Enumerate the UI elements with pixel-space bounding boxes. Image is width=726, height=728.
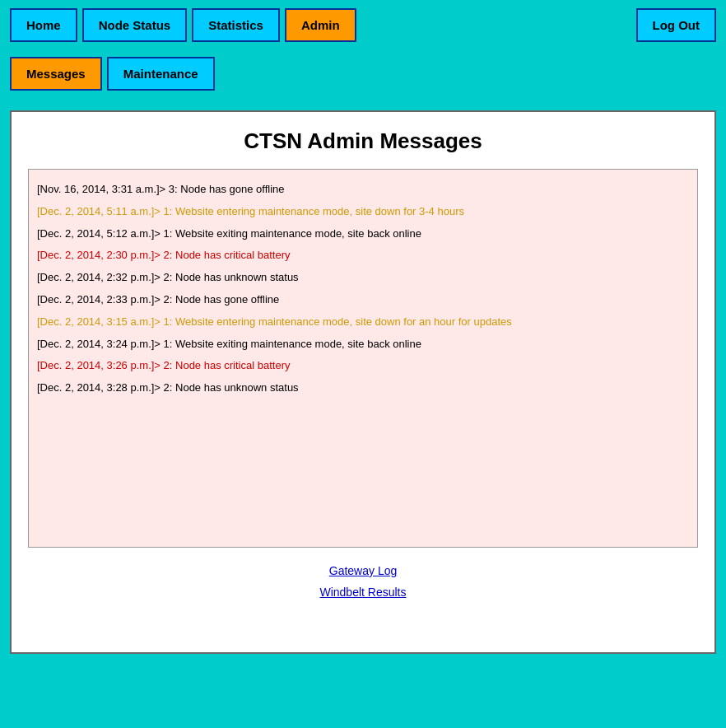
admin-nav-button[interactable]: Admin bbox=[285, 8, 356, 42]
list-item: [Dec. 2, 2014, 2:32 p.m.]> 2: Node has u… bbox=[37, 269, 689, 287]
top-nav: Home Node Status Statistics Admin Log Ou… bbox=[0, 0, 726, 50]
list-item: [Nov. 16, 2014, 3:31 a.m.]> 3: Node has … bbox=[37, 181, 689, 198]
main-content: CTSN Admin Messages [Nov. 16, 2014, 3:31… bbox=[10, 110, 716, 654]
list-item: [Dec. 2, 2014, 3:15 a.m.]> 1: Website en… bbox=[37, 314, 689, 331]
logout-button[interactable]: Log Out bbox=[636, 8, 716, 42]
messages-sub-button[interactable]: Messages bbox=[10, 57, 102, 91]
message-log-box[interactable]: [Nov. 16, 2014, 3:31 a.m.]> 3: Node has … bbox=[28, 169, 698, 548]
maintenance-sub-button[interactable]: Maintenance bbox=[107, 57, 215, 91]
list-item: [Dec. 2, 2014, 5:12 a.m.]> 1: Website ex… bbox=[37, 226, 689, 243]
list-item: [Dec. 2, 2014, 2:33 p.m.]> 2: Node has g… bbox=[37, 292, 689, 309]
windbelt-results-link[interactable]: Windbelt Results bbox=[28, 586, 698, 599]
statistics-nav-button[interactable]: Statistics bbox=[192, 8, 280, 42]
list-item: [Dec. 2, 2014, 3:26 p.m.]> 2: Node has c… bbox=[37, 357, 689, 375]
page-title: CTSN Admin Messages bbox=[28, 128, 698, 154]
top-nav-left: Home Node Status Statistics Admin bbox=[10, 8, 356, 42]
home-nav-button[interactable]: Home bbox=[10, 8, 77, 42]
list-item: [Dec. 2, 2014, 3:24 p.m.]> 1: Website ex… bbox=[37, 336, 689, 353]
links-area: Gateway Log Windbelt Results bbox=[28, 564, 698, 599]
sub-nav: Messages Maintenance bbox=[0, 50, 726, 97]
list-item: [Dec. 2, 2014, 3:28 p.m.]> 2: Node has u… bbox=[37, 380, 689, 397]
list-item: [Dec. 2, 2014, 5:11 a.m.]> 1: Website en… bbox=[37, 203, 689, 221]
gateway-log-link[interactable]: Gateway Log bbox=[28, 564, 698, 577]
list-item: [Dec. 2, 2014, 2:30 p.m.]> 2: Node has c… bbox=[37, 247, 689, 264]
node-status-nav-button[interactable]: Node Status bbox=[82, 8, 188, 42]
